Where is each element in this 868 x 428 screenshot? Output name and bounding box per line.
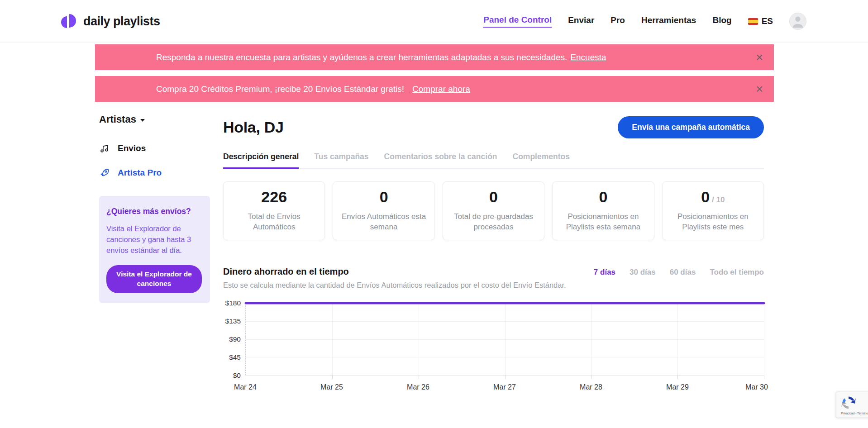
stat-cards: 226 Total de Envíos Automáticos 0 Envíos…: [223, 181, 764, 240]
person-icon: [790, 13, 806, 30]
language-selector[interactable]: ES: [748, 16, 773, 26]
savings-title: Dinero ahorrado en el tiempo: [223, 266, 349, 277]
sidebar-item-label: Artista Pro: [118, 168, 162, 178]
tab-comentarios[interactable]: Comentarios sobre la canción: [384, 152, 497, 169]
brand-logo[interactable]: daily playlists: [61, 12, 160, 30]
stat-label: Total de Envíos Automáticos: [230, 212, 318, 233]
survey-banner: Responda a nuestra encuesta para artista…: [95, 44, 774, 70]
page-title: Hola, DJ: [223, 119, 284, 136]
sidebar-item-label: Envios: [118, 143, 146, 153]
sidebar: Artistas Envios Artista Pro: [99, 112, 210, 395]
savings-header: Dinero ahorrado en el tiempo 7 días 30 d…: [223, 266, 764, 277]
sidebar-item-envios[interactable]: Envios: [99, 143, 210, 153]
content: Artistas Envios Artista Pro: [0, 102, 868, 395]
x-tick: Mar 29: [666, 383, 689, 391]
sidebar-item-artista-pro[interactable]: Artista Pro: [99, 167, 210, 178]
close-icon[interactable]: ×: [756, 51, 763, 63]
stat-label: Posicionamientos en Playlists esta seman…: [559, 212, 647, 233]
recaptcha-label: Privacidad - Términos: [841, 412, 868, 415]
credits-banner-text: Compra 20 Créditos Premium, ¡recibe 20 E…: [156, 84, 404, 94]
promo-body: Visita el Explorador de canciones y gana…: [106, 224, 202, 256]
filter-todo-el-tiempo[interactable]: Todo el tiempo: [710, 268, 764, 277]
sidebar-section-label: Artistas: [99, 114, 136, 125]
tab-descripcion-general[interactable]: Descripción general: [223, 152, 299, 169]
nav-enviar[interactable]: Enviar: [568, 15, 594, 27]
stat-card-total-envios: 226 Total de Envíos Automáticos: [223, 181, 325, 240]
promo-title: ¿Quieres más envíos?: [106, 207, 202, 216]
time-filters: 7 días 30 días 60 días Todo el tiempo: [594, 268, 764, 277]
survey-banner-text: Responda a nuestra encuesta para artista…: [156, 52, 567, 62]
stat-card-posicionamientos-mes: 0 / 10 Posicionamientos en Playlists est…: [662, 181, 764, 240]
stat-value: 226: [261, 189, 287, 204]
buy-now-link[interactable]: Comprar ahora: [412, 84, 470, 94]
stat-label: Envíos Automáticos esta semana: [339, 212, 428, 233]
x-tick: Mar 28: [580, 383, 602, 391]
x-tick: Mar 27: [493, 383, 516, 391]
header-nav: Panel de Control Enviar Pro Herramientas…: [483, 13, 806, 30]
stat-value: 0: [489, 189, 498, 204]
close-icon[interactable]: ×: [756, 83, 763, 95]
savings-subtitle: Esto se calcula mediante la cantidad de …: [223, 281, 764, 290]
sidebar-section-artistas[interactable]: Artistas: [99, 114, 210, 125]
survey-link[interactable]: Encuesta: [570, 52, 606, 62]
axis-tick: [764, 375, 764, 379]
language-code: ES: [762, 16, 773, 26]
stat-card-envios-semana: 0 Envíos Automáticos esta semana: [333, 181, 434, 240]
y-tick: $0: [233, 371, 241, 380]
nav-pro[interactable]: Pro: [610, 15, 625, 27]
header: daily playlists Panel de Control Enviar …: [0, 0, 868, 43]
x-tick: Mar 30: [745, 383, 768, 391]
chart-x-axis: Mar 24 Mar 25 Mar 26 Mar 27 Mar 28 Mar 2…: [245, 376, 764, 395]
user-avatar[interactable]: [789, 13, 806, 30]
filter-30-dias[interactable]: 30 días: [630, 268, 656, 277]
stat-value: 0: [380, 189, 388, 204]
brand-name: daily playlists: [83, 14, 160, 29]
chart-plot-area: [245, 303, 764, 376]
stat-value: 0: [599, 189, 607, 204]
gridline: [764, 303, 764, 375]
recaptcha-badge[interactable]: Privacidad - Términos: [836, 392, 868, 418]
promo-card: ¿Quieres más envíos? Visita el Explorado…: [99, 196, 210, 303]
recaptcha-icon: [840, 395, 857, 411]
chevron-down-icon: [140, 119, 145, 122]
send-auto-campaign-button[interactable]: Envía una campaña automática: [618, 116, 764, 138]
savings-chart: $180 $135 $90 $45 $0: [223, 303, 764, 376]
y-tick: $45: [229, 353, 241, 361]
y-tick: $135: [225, 317, 241, 325]
x-tick: Mar 24: [234, 383, 257, 391]
x-tick: Mar 26: [407, 383, 429, 391]
x-tick: Mar 25: [320, 383, 343, 391]
stat-max-value: / 10: [712, 195, 725, 204]
y-tick: $180: [225, 299, 241, 307]
stat-label: Posicionamientos en Playlists este mes: [669, 212, 757, 233]
greeting-row: Hola, DJ Envía una campaña automática: [223, 116, 764, 138]
nav-panel-de-control[interactable]: Panel de Control: [483, 15, 552, 28]
tab-tus-campanas[interactable]: Tus campañas: [314, 152, 368, 169]
tabs: Descripción general Tus campañas Comenta…: [223, 152, 764, 169]
savings-line-svg: [246, 303, 764, 375]
nav-herramientas[interactable]: Herramientas: [641, 15, 696, 27]
tab-complementos[interactable]: Complementos: [513, 152, 570, 169]
nav-blog[interactable]: Blog: [712, 15, 731, 27]
stat-value: 0: [701, 189, 710, 204]
spain-flag-icon: [748, 18, 758, 25]
y-tick: $90: [229, 335, 241, 343]
stat-label: Total de pre-guardadas procesadas: [449, 212, 538, 233]
stat-card-preguardadas: 0 Total de pre-guardadas procesadas: [443, 181, 544, 240]
rocket-icon: [99, 167, 110, 178]
music-notes-icon: [99, 143, 110, 153]
filter-60-dias[interactable]: 60 días: [670, 268, 696, 277]
filter-7-dias[interactable]: 7 días: [594, 268, 615, 277]
daily-playlists-logo-icon: [61, 12, 78, 30]
chart-y-axis: $180 $135 $90 $45 $0: [223, 303, 245, 376]
song-explorer-button[interactable]: Visita el Explorador de canciones: [106, 265, 202, 293]
main-panel: Hola, DJ Envía una campaña automática De…: [223, 112, 764, 395]
credits-banner: Compra 20 Créditos Premium, ¡recibe 20 E…: [95, 76, 774, 102]
stat-card-posicionamientos-semana: 0 Posicionamientos en Playlists esta sem…: [552, 181, 654, 240]
